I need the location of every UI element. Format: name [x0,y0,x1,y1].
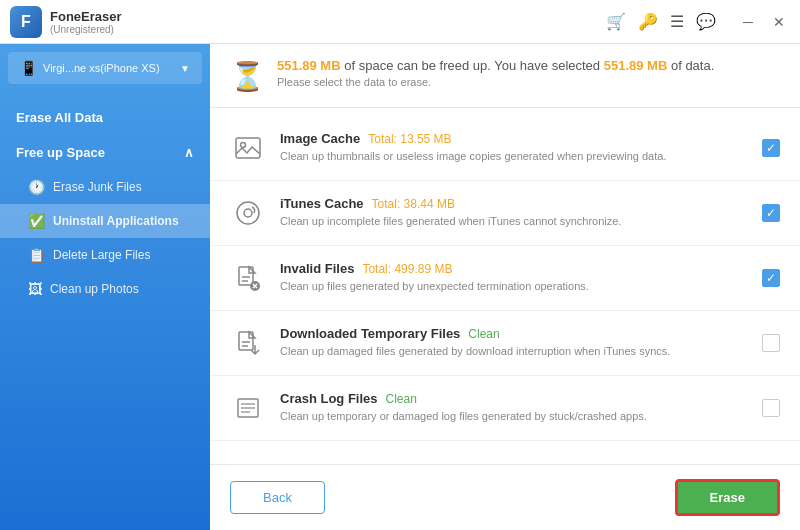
window-controls: ─ ✕ [738,12,790,32]
itunes-cache-info: iTunes Cache Total: 38.44 MB Clean up in… [280,196,748,229]
device-selector[interactable]: 📱 Virgi...ne xs(iPhone XS) ▼ [8,52,202,84]
crash-log-icon [230,390,266,426]
sidebar-item-delete-large[interactable]: 📋 Delete Large Files [0,238,210,272]
dropdown-arrow-icon: ▼ [180,63,190,74]
app-logo: F [10,6,42,38]
itunes-cache-name: iTunes Cache [280,196,364,211]
crash-log-title: Crash Log Files Clean [280,391,748,406]
crash-log-name: Crash Log Files [280,391,378,406]
invalid-files-info: Invalid Files Total: 499.89 MB Clean up … [280,261,748,294]
itunes-cache-total: Total: 38.44 MB [372,197,455,211]
app-name-sub: (Unregistered) [50,24,122,35]
close-button[interactable]: ✕ [768,12,790,32]
itunes-cache-icon [230,195,266,231]
invalid-files-checkbox[interactable]: ✓ [762,269,780,287]
chevron-up-icon: ∧ [184,145,194,160]
clock-icon: 🕐 [28,179,45,195]
file-item-image-cache: Image Cache Total: 13.55 MB Clean up thu… [210,116,800,181]
hourglass-icon: ⏳ [230,60,265,93]
downloaded-files-checkbox[interactable] [762,334,780,352]
sidebar-group-free-up[interactable]: Free up Space ∧ [0,135,210,170]
file-item-itunes-cache: iTunes Cache Total: 38.44 MB Clean up in… [210,181,800,246]
content-area: ⏳ 551.89 MB of space can be freed up. Yo… [210,44,800,530]
sidebar-nav: Erase All Data Free up Space ∧ 🕐 Erase J… [0,92,210,314]
image-cache-info: Image Cache Total: 13.55 MB Clean up thu… [280,131,748,164]
file-item-downloaded: Downloaded Temporary Files Clean Clean u… [210,311,800,376]
title-bar-icons: 🛒 🔑 ☰ 💬 ─ ✕ [606,12,790,32]
info-banner: ⏳ 551.89 MB of space can be freed up. Yo… [210,44,800,108]
downloaded-files-title: Downloaded Temporary Files Clean [280,326,748,341]
itunes-cache-checkbox[interactable]: ✓ [762,204,780,222]
itunes-cache-desc: Clean up incomplete files generated when… [280,214,748,229]
invalid-files-total: Total: 499.89 MB [362,262,452,276]
title-bar-left: F FoneEraser (Unregistered) [10,6,122,38]
uninstall-apps-label: Uninstall Applications [53,214,179,228]
sidebar-item-erase-junk[interactable]: 🕐 Erase Junk Files [0,170,210,204]
file-item-crash-log: Crash Log Files Clean Clean up temporary… [210,376,800,441]
crash-log-info: Crash Log Files Clean Clean up temporary… [280,391,748,424]
svg-point-2 [237,202,259,224]
menu-icon[interactable]: ☰ [670,12,684,31]
downloaded-files-desc: Clean up damaged files generated by down… [280,344,748,359]
banner-text: 551.89 MB of space can be freed up. You … [277,58,714,88]
crash-log-checkbox[interactable] [762,399,780,417]
invalid-files-desc: Clean up files generated by unexpected t… [280,279,748,294]
space-amount: 551.89 MB [277,58,341,73]
bottom-bar: Back Erase [210,464,800,530]
main-layout: 📱 Virgi...ne xs(iPhone XS) ▼ Erase All D… [0,44,800,530]
erase-all-label: Erase All Data [16,110,103,125]
invalid-files-icon [230,260,266,296]
downloaded-files-info: Downloaded Temporary Files Clean Clean u… [280,326,748,359]
svg-point-3 [244,209,252,217]
selected-amount: 551.89 MB [604,58,668,73]
image-cache-total: Total: 13.55 MB [368,132,451,146]
image-cache-title: Image Cache Total: 13.55 MB [280,131,748,146]
sidebar-item-erase-all[interactable]: Erase All Data [0,100,210,135]
app-name-main: FoneEraser [50,9,122,24]
key-icon[interactable]: 🔑 [638,12,658,31]
erase-junk-label: Erase Junk Files [53,180,142,194]
banner-main-text: 551.89 MB of space can be freed up. You … [277,58,714,73]
photos-icon: 🖼 [28,281,42,297]
circle-check-icon: ✅ [28,213,45,229]
file-item-invalid: Invalid Files Total: 499.89 MB Clean up … [210,246,800,311]
erase-button[interactable]: Erase [675,479,780,516]
image-cache-desc: Clean up thumbnails or useless image cop… [280,149,748,164]
delete-large-label: Delete Large Files [53,248,150,262]
title-bar: F FoneEraser (Unregistered) 🛒 🔑 ☰ 💬 ─ ✕ [0,0,800,44]
crash-log-desc: Clean up temporary or damaged log files … [280,409,748,424]
device-name: Virgi...ne xs(iPhone XS) [43,62,174,74]
back-button[interactable]: Back [230,481,325,514]
itunes-cache-title: iTunes Cache Total: 38.44 MB [280,196,748,211]
cart-icon[interactable]: 🛒 [606,12,626,31]
crash-log-total: Clean [386,392,417,406]
large-files-icon: 📋 [28,247,45,263]
downloaded-files-name: Downloaded Temporary Files [280,326,460,341]
sidebar-item-uninstall-apps[interactable]: ✅ Uninstall Applications [0,204,210,238]
file-list: Image Cache Total: 13.55 MB Clean up thu… [210,108,800,464]
image-cache-checkbox[interactable]: ✓ [762,139,780,157]
phone-icon: 📱 [20,60,37,76]
cleanup-photos-label: Clean up Photos [50,282,139,296]
sidebar-item-cleanup-photos[interactable]: 🖼 Clean up Photos [0,272,210,306]
sidebar: 📱 Virgi...ne xs(iPhone XS) ▼ Erase All D… [0,44,210,530]
image-cache-icon [230,130,266,166]
downloaded-files-icon [230,325,266,361]
banner-text-end: of data. [671,58,714,73]
minimize-button[interactable]: ─ [738,12,758,32]
chat-icon[interactable]: 💬 [696,12,716,31]
banner-sub-text: Please select the data to erase. [277,76,714,88]
invalid-files-name: Invalid Files [280,261,354,276]
downloaded-files-total: Clean [468,327,499,341]
svg-rect-0 [236,138,260,158]
free-up-label: Free up Space [16,145,105,160]
banner-text-mid: of space can be freed up. You have selec… [344,58,603,73]
app-name: FoneEraser (Unregistered) [50,9,122,35]
invalid-files-title: Invalid Files Total: 499.89 MB [280,261,748,276]
image-cache-name: Image Cache [280,131,360,146]
svg-point-1 [241,143,246,148]
